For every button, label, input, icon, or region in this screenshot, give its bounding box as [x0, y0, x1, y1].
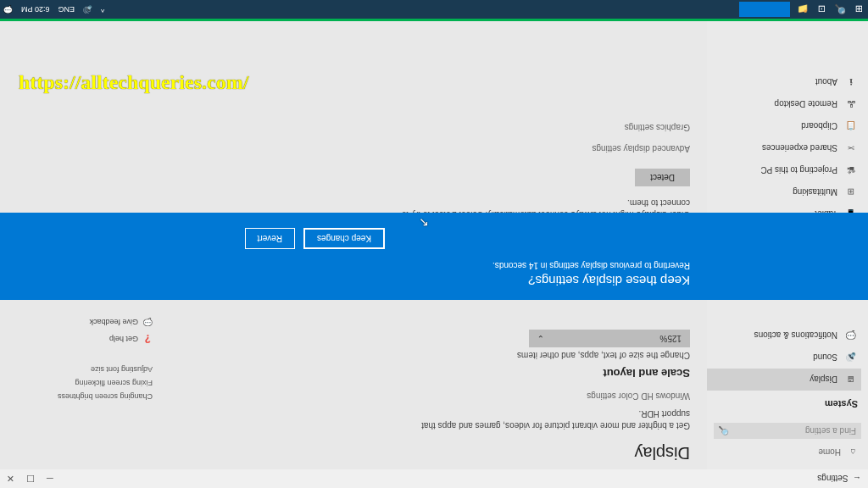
shared-icon: ✂ [846, 143, 856, 153]
sidebar-item-label: About [815, 78, 837, 87]
sidebar-item-label: Sound [813, 353, 837, 363]
search-input[interactable]: Find a setting 🔍 [714, 423, 861, 439]
feedback-label: Give feedback [89, 318, 138, 326]
help-link[interactable]: Changing screen brightness [12, 390, 153, 403]
taskview-icon[interactable]: ⊡ [815, 3, 827, 15]
hdr-description: Get a brighter and more vibrant picture … [402, 408, 690, 431]
help-icon: ❓ [143, 335, 153, 343]
display-settings-dialog: Keep these display settings? Reverting t… [0, 213, 868, 300]
sidebar-item-about[interactable]: ℹ About [707, 71, 861, 93]
tray-chevron-icon[interactable]: ^ [101, 5, 104, 14]
sidebar-item-notifications[interactable]: 💬 Notifications & actions [707, 324, 861, 347]
keep-changes-button[interactable]: Keep changes [303, 228, 385, 249]
sidebar-item-shared[interactable]: ✂ Shared experiences [707, 137, 861, 159]
advanced-display-link[interactable]: Advanced display settings [170, 144, 690, 153]
sidebar-item-sound[interactable]: 🔊 Sound [707, 347, 861, 369]
sidebar-item-label: Notifications & actions [754, 331, 837, 341]
remote-icon: 🖧 [846, 99, 856, 109]
graphics-settings-link[interactable]: Graphics settings [170, 123, 690, 132]
detect-button[interactable]: Detect [635, 169, 690, 186]
dialog-subtitle: Reverting to previous display settings i… [0, 261, 690, 270]
lang-indicator[interactable]: ENG [58, 5, 75, 14]
clipboard-icon: 📋 [846, 121, 856, 131]
sidebar-section-title: System [707, 391, 861, 414]
sidebar-item-remote[interactable]: 🖧 Remote Desktop [707, 93, 861, 115]
scale-value: 125% [659, 334, 682, 343]
active-task-settings[interactable] [739, 2, 790, 17]
help-link[interactable]: Fixing screen flickering [12, 376, 153, 390]
accent-line [0, 19, 868, 21]
feedback-icon: 💬 [143, 318, 153, 326]
notification-icon[interactable]: 💬 [3, 5, 13, 14]
sidebar-item-multitasking[interactable]: ⊞ Multitasking [707, 181, 861, 203]
multitasking-icon: ⊞ [846, 187, 856, 197]
sidebar-item-label: Projecting to this PC [760, 166, 837, 175]
minimize-icon[interactable]: ─ [47, 474, 53, 485]
taskbar[interactable]: ⊞ 🔍 ⊡ 📁 ^ 🔊 ENG 6:20 PM 💬 [0, 0, 868, 19]
watermark-text: https://alltechqueries.com/ [19, 71, 248, 94]
dialog-title: Keep these display settings? [0, 274, 690, 288]
start-icon[interactable]: ⊞ [853, 3, 865, 15]
explorer-icon[interactable]: 📁 [797, 3, 809, 15]
sidebar-item-label: Clipboard [801, 122, 837, 131]
close-icon[interactable]: ✕ [7, 474, 14, 485]
chevron-down-icon: ⌄ [537, 334, 544, 343]
get-help-link[interactable]: ❓ Get help [12, 330, 153, 347]
maximize-icon[interactable]: ☐ [26, 474, 35, 485]
sidebar-item-label: Remote Desktop [775, 100, 837, 109]
page-title: Display [170, 443, 690, 463]
search-icon[interactable]: 🔍 [834, 3, 846, 15]
home-icon: ⌂ [848, 447, 858, 458]
get-help-label: Get help [109, 335, 138, 343]
window-title: Settings [817, 474, 848, 484]
help-link[interactable]: Adjusting font size [12, 363, 153, 376]
scale-dropdown[interactable]: 125% ⌄ [529, 330, 690, 347]
cursor-icon: ↖ [419, 216, 429, 230]
display-icon: 🖥 [846, 374, 856, 385]
sidebar-home[interactable]: ⌂ Home [707, 442, 861, 463]
notifications-icon: 💬 [846, 330, 856, 341]
sidebar-item-label: Multitasking [793, 188, 837, 197]
sidebar-item-label: Display [810, 375, 837, 385]
search-placeholder: Find a setting [805, 426, 856, 435]
sidebar-item-projecting[interactable]: 📽 Projecting to this PC [707, 159, 861, 181]
revert-button[interactable]: Revert [245, 228, 295, 249]
clock[interactable]: 6:20 PM [21, 5, 50, 14]
sound-icon: 🔊 [846, 352, 856, 363]
give-feedback-link[interactable]: 💬 Give feedback [12, 313, 153, 330]
scale-layout-heading: Scale and layout [170, 367, 690, 380]
sidebar-item-label: Shared experiences [762, 144, 837, 153]
sidebar-item-display[interactable]: 🖥 Display [707, 369, 861, 391]
sidebar-item-clipboard[interactable]: 📋 Clipboard [707, 115, 861, 137]
projecting-icon: 📽 [846, 165, 856, 175]
hdr-settings-link[interactable]: Windows HD Color settings [170, 391, 690, 401]
volume-icon[interactable]: 🔊 [83, 5, 92, 14]
home-label: Home [818, 448, 841, 458]
about-icon: ℹ [846, 77, 856, 87]
search-icon: 🔍 [719, 426, 729, 435]
scale-description: Change the size of text, apps, and other… [170, 351, 690, 360]
back-icon[interactable]: ← [853, 474, 861, 484]
